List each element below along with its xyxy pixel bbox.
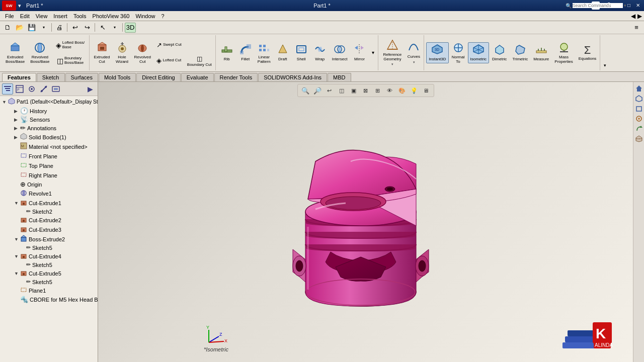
search-input[interactable]	[573, 3, 623, 8]
tree-cut-extrude4[interactable]: ▼ Cut-Extrude4	[0, 251, 98, 261]
tree-part-root[interactable]: ▼ Part1 (Default<<Default>_Display State…	[0, 97, 98, 107]
tab-direct-editing[interactable]: Direct Editing	[136, 73, 180, 81]
toolbar-more-btn[interactable]: ▾	[601, 61, 608, 69]
draft-btn[interactable]: Draft	[274, 42, 292, 63]
new-btn[interactable]: 🗋	[2, 23, 13, 33]
tree-top-plane[interactable]: Top Plane	[0, 161, 98, 170]
panel-more-icon[interactable]: ▶	[85, 83, 96, 95]
menu-view[interactable]: View	[33, 12, 51, 20]
part-root-expander[interactable]: ▼	[2, 100, 7, 105]
display-manager-icon[interactable]	[50, 83, 61, 95]
customize-btn[interactable]: ≡	[631, 23, 642, 33]
rp-isometric-icon[interactable]	[634, 94, 643, 103]
tree-history[interactable]: ▶ 🕐 History	[0, 107, 98, 115]
vp-previous-view-btn[interactable]: ↩	[324, 85, 335, 96]
boundary-boss-btn[interactable]: ◫ BoundaryBoss/Base	[53, 53, 88, 68]
cut-extrude4-expander[interactable]: ▼	[14, 254, 19, 259]
menu-photoview[interactable]: PhotoView 360	[90, 12, 133, 20]
tab-features[interactable]: Features	[2, 73, 36, 81]
save-btn[interactable]: 💾	[26, 23, 37, 33]
save-dropdown[interactable]: ▾	[38, 23, 49, 33]
reference-geometry-btn[interactable]: ReferenceGeometry ▾	[380, 38, 404, 68]
annotations-expander[interactable]: ▶	[14, 126, 19, 131]
tree-origin[interactable]: ⊕ Origin	[0, 180, 98, 189]
boss-extrude2-expander[interactable]: ▼	[14, 237, 19, 242]
property-manager-icon[interactable]: P	[14, 83, 25, 95]
history-expander[interactable]: ▶	[14, 109, 19, 114]
menu-file[interactable]: File	[2, 12, 17, 20]
tree-cut-extrude2[interactable]: Cut-Extrude2	[0, 215, 98, 225]
tab-surfaces[interactable]: Surfaces	[65, 73, 98, 81]
tree-right-plane[interactable]: Right Plane	[0, 170, 98, 180]
shell-btn[interactable]: Shell	[292, 42, 310, 63]
tab-sketch[interactable]: Sketch	[37, 73, 65, 81]
menu-help[interactable]: ?	[158, 12, 168, 20]
normal-to-btn[interactable]: NormalTo	[449, 40, 467, 66]
dim-xpert-manager-icon[interactable]	[38, 83, 49, 95]
tree-sketch5b[interactable]: ✏ Sketch5	[0, 261, 98, 268]
tree-cut-extrude3[interactable]: Cut-Extrude3	[0, 225, 98, 234]
swept-cut-btn[interactable]: ↗ Swept Cut	[154, 38, 184, 53]
sensors-expander[interactable]: ▶	[14, 117, 19, 122]
open-btn[interactable]: 📂	[14, 23, 25, 33]
curves-btn[interactable]: Curves ▾	[405, 40, 423, 66]
revolved-cut-btn[interactable]: RevolvedCut	[132, 40, 153, 66]
equations-btn[interactable]: Σ Equations	[576, 43, 599, 63]
tab-solidworks-addins[interactable]: SOLIDWORKS Add-Ins	[258, 73, 327, 81]
cut-extrude1-expander[interactable]: ▼	[14, 201, 19, 206]
menu-insert[interactable]: Insert	[50, 12, 70, 20]
tree-boss-extrude2[interactable]: ▼ Boss-Extrude2	[0, 234, 98, 244]
search-field-header[interactable]: 🔍 ▾	[592, 2, 600, 10]
rp-rotate-icon[interactable]	[634, 124, 643, 133]
rib-btn[interactable]: Rib	[218, 42, 236, 63]
select-btn[interactable]: ↖	[97, 23, 108, 33]
tree-annotations[interactable]: ▶ ✏ Annotations	[0, 124, 98, 132]
restore-btn[interactable]: □	[625, 2, 633, 9]
mirror-btn[interactable]: Mirror	[350, 42, 368, 63]
measure-btn[interactable]: Measure	[531, 42, 551, 63]
features-more-btn[interactable]: ▾	[369, 50, 377, 56]
minimize-btn[interactable]: —	[616, 2, 624, 9]
file-menu-btn[interactable]: ▾	[18, 3, 21, 9]
tree-plane1[interactable]: Plane1	[0, 286, 98, 295]
toolbar-arrow-left[interactable]: ◀	[631, 13, 635, 20]
tree-cut-extrude1[interactable]: ▼ Cut-Extrude1	[0, 198, 98, 208]
revolved-boss-btn[interactable]: RevolvedBoss/Base	[28, 40, 52, 66]
menu-window[interactable]: Window	[132, 12, 158, 20]
help-btn[interactable]: ?	[605, 2, 613, 9]
tree-sketch5c[interactable]: ✏ Sketch5	[0, 278, 98, 286]
extruded-boss-btn[interactable]: ExtrudedBoss/Base	[3, 40, 27, 66]
rp-front-icon[interactable]	[634, 104, 643, 113]
tree-material[interactable]: M Material <not specified>	[0, 142, 98, 151]
rp-render-icon[interactable]	[634, 114, 643, 123]
wrap-btn[interactable]: Wrap	[311, 42, 329, 63]
print-btn[interactable]: 🖨	[54, 23, 65, 33]
feature-manager-icon[interactable]	[2, 83, 13, 95]
vp-scene-btn[interactable]: 💡	[409, 85, 420, 96]
menu-tools[interactable]: Tools	[70, 12, 90, 20]
tree-sketch5a[interactable]: ✏ Sketch5	[0, 244, 98, 251]
vp-display-style-btn[interactable]: ▣	[348, 85, 359, 96]
tree-cut-extrude5[interactable]: ▼ Cut-Extrude5	[0, 268, 98, 278]
tab-mbd[interactable]: MBD	[328, 73, 351, 81]
vp-view-settings-btn[interactable]: 🖥	[421, 85, 432, 96]
lofted-boss-btn[interactable]: ◈ Lofted Boss/Base	[53, 38, 88, 53]
tab-render-tools[interactable]: Render Tools	[214, 73, 258, 81]
rp-section-icon[interactable]	[634, 134, 643, 143]
tree-revolve1[interactable]: Revolve1	[0, 189, 98, 198]
tab-mold-tools[interactable]: Mold Tools	[99, 73, 136, 81]
extruded-cut-btn[interactable]: ExtrudedCut	[92, 40, 113, 66]
isometric-btn[interactable]: Isometric	[468, 42, 489, 63]
menu-edit[interactable]: Edit	[17, 12, 33, 20]
vp-3d-section-btn[interactable]: ◫	[336, 85, 347, 96]
tree-front-plane[interactable]: Front Plane	[0, 151, 98, 161]
fillet-btn[interactable]: Fillet	[236, 42, 255, 63]
tree-sketch2[interactable]: ✏ Sketch2	[0, 208, 98, 215]
tree-sensors[interactable]: ▶ 📡 Sensors	[0, 115, 98, 124]
solid-bodies-expander[interactable]: ▶	[14, 135, 19, 140]
vp-appearance-btn[interactable]: 🎨	[396, 85, 408, 96]
intersect-btn[interactable]: Intersect	[330, 42, 350, 63]
vp-section-view-btn[interactable]: ⊠	[360, 85, 371, 96]
instant3d-btn[interactable]: 3D Instant3D	[426, 42, 448, 63]
cut-extrude5-expander[interactable]: ▼	[14, 271, 19, 276]
